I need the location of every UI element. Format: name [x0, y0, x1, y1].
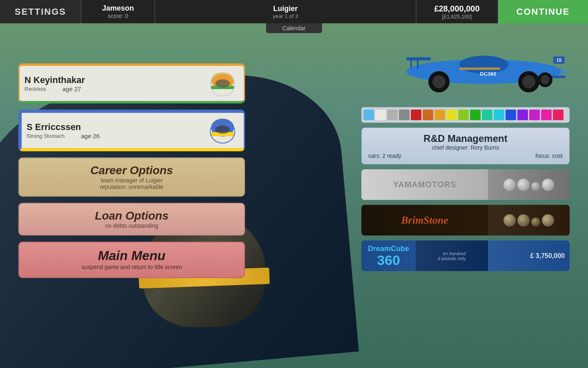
sponsor-yama-card[interactable]: YAMAMOTORS: [361, 169, 570, 200]
player-info: Jameson score: 0: [82, 0, 155, 23]
brim-spheres: [503, 214, 554, 227]
driver-2-name: S Erriccssen: [27, 122, 100, 132]
sponsor-brim-logo: BrimStone: [361, 214, 488, 227]
team-year: year 1 of 3: [273, 13, 298, 19]
svg-text:15: 15: [557, 58, 561, 63]
svg-point-22: [541, 75, 550, 84]
sponsor-yama-image: [488, 169, 570, 200]
sponsor-dream-price: £ 3,750,000: [530, 252, 565, 260]
sphere-2: [517, 179, 530, 191]
svg-point-4: [215, 79, 230, 88]
rd-title: R&D Management: [368, 133, 563, 144]
main-menu-subtitle: suspend game and return to title screen: [27, 263, 236, 272]
palette-color-14[interactable]: [517, 110, 528, 120]
career-options-title: Career Options: [27, 164, 236, 177]
team-info: Luigier year 1 of 3: [155, 0, 416, 23]
loan-options-subtitle: no debts outstanding: [27, 222, 236, 229]
palette-color-9[interactable]: [458, 110, 469, 120]
rd-management-panel[interactable]: R&D Management chief designer: Rory Burn…: [361, 128, 570, 164]
topbar: SETTINGS Jameson score: 0 Luigier year 1…: [0, 0, 588, 23]
sponsor-brim-image: [488, 205, 570, 236]
sponsor-dream-name-top: DreamCube: [368, 245, 409, 253]
driver-1-name: N Keyinthakar: [24, 75, 85, 85]
svg-rect-15: [417, 61, 419, 69]
svg-text:DC360: DC360: [480, 71, 496, 77]
sphere-1: [503, 179, 516, 191]
player-name: Jameson: [102, 4, 134, 13]
palette-color-13[interactable]: [506, 110, 516, 120]
career-options-subtitle1: team manager of Luigier: [27, 177, 236, 184]
driver-1-card[interactable]: N Keyinthakar Reckless age 27: [18, 63, 245, 103]
sphere-3: [531, 182, 540, 191]
palette-color-8[interactable]: [446, 110, 457, 120]
brim-sphere-4: [542, 214, 554, 227]
career-options-button[interactable]: Career Options team manager of Luigier r…: [18, 157, 245, 197]
driver-2-card[interactable]: S Erriccssen Strong Stomach age 26: [18, 110, 245, 151]
palette-color-7[interactable]: [434, 110, 445, 120]
money-amount: £28,000,000: [434, 4, 479, 13]
driver-2-helmet: [206, 116, 239, 145]
driver-2-age: age 26: [81, 132, 100, 139]
team-name: Luigier: [273, 4, 298, 13]
svg-point-18: [432, 75, 445, 88]
brim-sphere-3: [531, 218, 540, 227]
svg-rect-14: [410, 61, 412, 69]
svg-point-9: [215, 126, 230, 134]
svg-point-20: [522, 75, 535, 88]
palette-color-15[interactable]: [529, 110, 540, 120]
svg-rect-26: [459, 67, 500, 70]
driver-2-info: S Erriccssen Strong Stomach age 26: [27, 122, 100, 139]
palette-color-5[interactable]: [411, 110, 421, 120]
sponsor-dream-image: en hundred d pounds only: [416, 240, 488, 271]
sponsor-dream-price-area: £ 3,750,000: [488, 249, 570, 263]
sponsor-dream-note1: en hundred: [438, 251, 466, 256]
palette-color-12[interactable]: [494, 110, 504, 120]
brim-sphere-1: [503, 214, 516, 227]
sponsor-brim-name: BrimStone: [401, 214, 448, 227]
spheres-decoration: [503, 179, 554, 191]
driver-2-trait: Strong Stomach: [27, 133, 65, 139]
loan-options-button[interactable]: Loan Options no debts outstanding: [18, 203, 245, 236]
driver-1-age: age 27: [62, 85, 81, 92]
rd-details: cars: 2 ready focus: cost: [368, 153, 563, 159]
color-palette[interactable]: [361, 107, 570, 123]
palette-color-1[interactable]: [363, 110, 374, 120]
continue-button[interactable]: CONTINUE: [498, 0, 588, 23]
palette-color-6[interactable]: [423, 110, 433, 120]
driver-1-info: N Keyinthakar Reckless age 27: [24, 75, 85, 92]
rd-focus: focus: cost: [535, 153, 563, 159]
sphere-4: [542, 179, 554, 191]
svg-marker-11: [561, 70, 570, 74]
palette-color-11[interactable]: [482, 110, 492, 120]
svg-rect-13: [406, 57, 431, 61]
sponsor-dream-card[interactable]: DreamCube 360 en hundred d pounds only £…: [361, 240, 570, 271]
palette-color-2[interactable]: [375, 110, 386, 120]
sponsor-yama-logo: YAMAMOTORS: [361, 180, 488, 189]
career-options-subtitle2: reputation: unremarkable: [27, 184, 236, 190]
player-score: score: 0: [108, 13, 128, 19]
f1-car-svg: DC360 15: [398, 45, 570, 94]
palette-color-17[interactable]: [553, 110, 564, 120]
loan-options-title: Loan Options: [27, 209, 236, 222]
rd-cars: cars: 2 ready: [368, 153, 401, 159]
palette-color-10[interactable]: [470, 110, 481, 120]
driver-1-helmet: [206, 69, 239, 98]
settings-button[interactable]: SETTINGS: [0, 0, 82, 23]
driver-1-trait: Reckless: [24, 86, 46, 92]
brim-sphere-2: [517, 214, 530, 227]
palette-color-16[interactable]: [541, 110, 552, 120]
main-menu-title: Main Menu: [27, 248, 236, 263]
right-panel: DC360 15 R&D Management chief designer: …: [361, 41, 570, 271]
sponsor-dream-note2: d pounds only: [438, 256, 466, 261]
palette-color-3[interactable]: [387, 110, 398, 120]
left-panel: N Keyinthakar Reckless age 27 S Erriccss…: [18, 63, 245, 278]
money-bracket: [£1,625,100]: [442, 13, 472, 20]
sponsor-brim-card[interactable]: BrimStone: [361, 205, 570, 236]
car-display: DC360 15: [361, 41, 570, 102]
palette-color-4[interactable]: [399, 110, 410, 120]
sponsor-yama-name: YAMAMOTORS: [393, 180, 456, 189]
calendar-tab[interactable]: Calendar: [266, 23, 322, 33]
rd-chief-designer: chief designer: Rory Burns: [368, 144, 563, 151]
main-menu-button[interactable]: Main Menu suspend game and return to tit…: [18, 242, 245, 278]
sponsor-dream-360: 360: [377, 253, 400, 267]
